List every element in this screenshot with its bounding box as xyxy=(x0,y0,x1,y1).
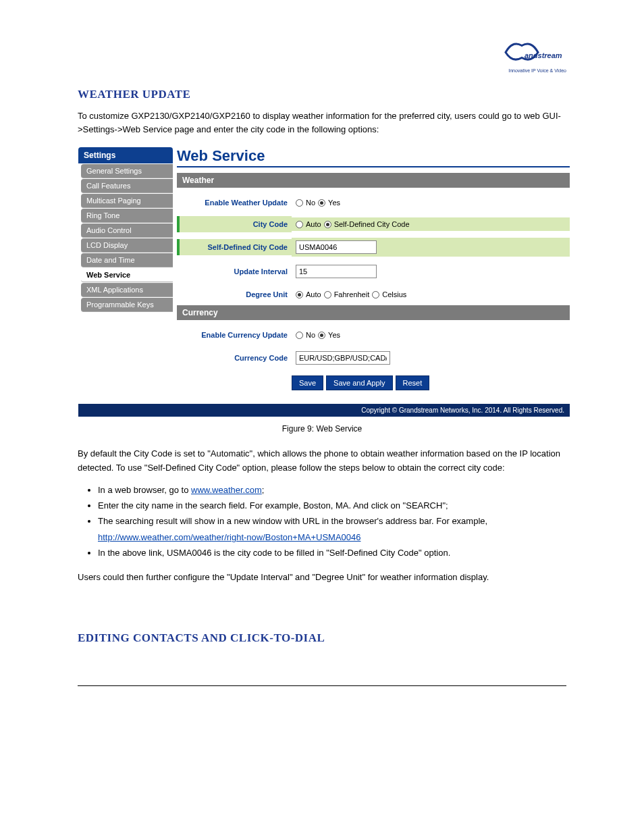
link-weather[interactable]: www.weather.com xyxy=(191,485,262,495)
li-pre: In the above link, USMA0046 is the city … xyxy=(98,548,450,558)
save-button[interactable]: Save xyxy=(292,375,323,390)
li-pre: In a web browser, go to xyxy=(98,485,191,495)
radio-citycode-auto[interactable] xyxy=(296,221,303,228)
sidebar-header[interactable]: Settings xyxy=(78,147,173,163)
lbl-citycode: City Code xyxy=(182,216,292,232)
instructions-intro: By default the City Code is set to "Auto… xyxy=(78,447,566,475)
opt-auto: Auto xyxy=(306,220,321,228)
opt-cur-yes: Yes xyxy=(328,331,340,339)
settings-sidebar: Settings General Settings Call Features … xyxy=(78,147,173,390)
input-interval[interactable] xyxy=(296,265,377,278)
instruction-list: In a web browser, go to www.weather.com;… xyxy=(98,482,566,561)
list-item: In the above link, USMA0046 is the city … xyxy=(98,545,566,561)
save-apply-button[interactable]: Save and Apply xyxy=(326,375,392,390)
svg-text:andstream: andstream xyxy=(525,51,562,59)
lbl-interval: Update Interval xyxy=(182,263,292,280)
section-heading-weather: WEATHER UPDATE xyxy=(78,88,566,101)
figure-caption: Figure 9: Web Service xyxy=(78,424,566,434)
li-pre: The searching result will show in a new … xyxy=(98,516,487,526)
sidebar-item-callfeat[interactable]: Call Features xyxy=(81,179,173,193)
radio-deg-c[interactable] xyxy=(372,291,379,298)
li-post: ; xyxy=(262,485,265,495)
ui-copyright: Copyright © Grandstream Networks, Inc. 2… xyxy=(78,404,570,417)
sidebar-item-xml[interactable]: XML Applications xyxy=(81,283,173,297)
brand-tagline: Innovative IP Voice & Video xyxy=(499,68,566,73)
opt-yes: Yes xyxy=(328,199,340,207)
radio-cur-no[interactable] xyxy=(296,332,303,339)
currency-section-bar: Currency xyxy=(177,305,570,320)
sidebar-item-audio[interactable]: Audio Control xyxy=(81,224,173,238)
radio-citycode-self[interactable] xyxy=(324,221,331,228)
opt-cur-no: No xyxy=(306,331,315,339)
lbl-curcode: Currency Code xyxy=(182,350,292,366)
sidebar-item-datetime[interactable]: Date and Time xyxy=(81,253,173,267)
lbl-degree: Degree Unit xyxy=(182,286,292,303)
sidebar-item-lcd[interactable]: LCD Display xyxy=(81,238,173,253)
radio-deg-auto[interactable] xyxy=(296,291,303,298)
opt-deg-auto: Auto xyxy=(306,290,321,298)
opt-self: Self-Defined City Code xyxy=(334,220,410,228)
opt-deg-f: Fahrenheit xyxy=(334,290,370,298)
opt-no: No xyxy=(306,199,315,207)
section-heading-contacts: EDITING CONTACTS AND CLICK-TO-DIAL xyxy=(78,631,566,645)
radio-deg-f[interactable] xyxy=(324,291,331,298)
input-selfcity[interactable] xyxy=(296,240,377,254)
list-item: In a web browser, go to www.weather.com; xyxy=(98,482,566,498)
lbl-enable-weather: Enable Weather Update xyxy=(182,194,292,211)
grandstream-logo-icon: andstream xyxy=(499,37,566,68)
list-item: The searching result will show in a new … xyxy=(98,513,566,545)
sidebar-item-multicast[interactable]: Multicast Paging xyxy=(81,194,173,208)
sidebar-item-progkeys[interactable]: Programmable Keys xyxy=(81,298,173,312)
webgui-screenshot: Settings General Settings Call Features … xyxy=(78,147,570,417)
footer-divider xyxy=(78,685,566,686)
brand-logo: andstream Innovative IP Voice & Video xyxy=(499,37,566,73)
sidebar-item-general[interactable]: General Settings xyxy=(81,164,173,178)
li-pre: Enter the city name in the search field.… xyxy=(98,500,448,511)
radio-weather-yes[interactable] xyxy=(318,199,325,207)
opt-deg-c: Celsius xyxy=(382,290,406,298)
radio-cur-yes[interactable] xyxy=(318,332,325,339)
lbl-selfcity: Self-Defined City Code xyxy=(182,239,292,255)
page-title: Web Service xyxy=(177,147,570,167)
sidebar-item-ringtone[interactable]: Ring Tone xyxy=(81,209,173,223)
radio-weather-no[interactable] xyxy=(296,199,303,207)
link-weather-url[interactable]: http://www.weather.com/weather/right-now… xyxy=(98,532,360,542)
reset-button[interactable]: Reset xyxy=(396,375,430,390)
weather-section-bar: Weather xyxy=(177,173,570,188)
input-curcode[interactable] xyxy=(296,351,390,365)
lbl-enable-currency: Enable Currency Update xyxy=(182,327,292,343)
intro-paragraph: To customize GXP2130/GXP2140/GXP2160 to … xyxy=(78,109,566,136)
list-item: Enter the city name in the search field.… xyxy=(98,498,566,513)
post-list-paragraph: Users could then further configure the "… xyxy=(78,571,566,585)
sidebar-item-webservice[interactable]: Web Service xyxy=(81,268,173,282)
